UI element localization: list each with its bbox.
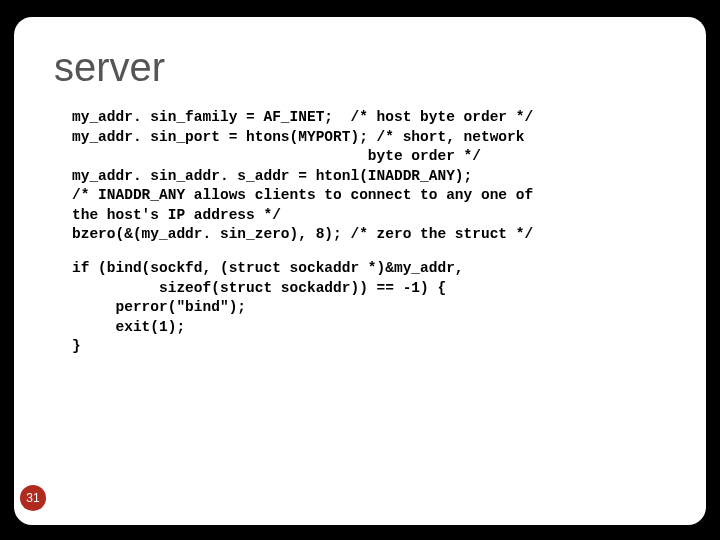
page-number: 31: [26, 491, 39, 505]
slide-title: server: [54, 45, 672, 90]
code-block-1: my_addr. sin_family = AF_INET; /* host b…: [72, 108, 672, 245]
code-block-2: if (bind(sockfd, (struct sockaddr *)&my_…: [72, 259, 672, 357]
spacer: [54, 245, 672, 259]
page-number-badge: 31: [20, 485, 46, 511]
slide: server my_addr. sin_family = AF_INET; /*…: [14, 17, 706, 525]
